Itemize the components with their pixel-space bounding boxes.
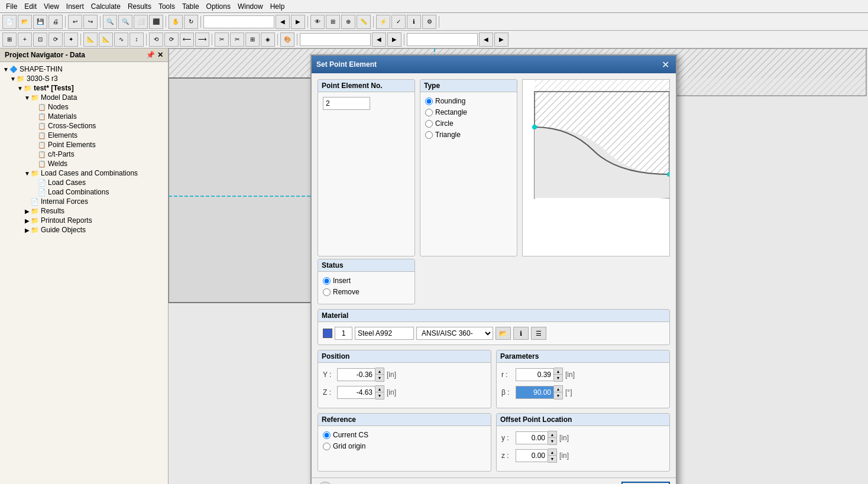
rotate-btn[interactable]: ↻ (184, 15, 198, 29)
type-circle[interactable]: Circle (425, 119, 512, 128)
menu-file[interactable]: File (2, 1, 21, 12)
dialog-close-button[interactable]: ✕ (659, 59, 671, 70)
tree-item-printout-reports[interactable]: ▶ 📁 Printout Reports (2, 216, 166, 225)
material-list-btn[interactable]: ☰ (531, 327, 546, 340)
tree-item-shape-thin[interactable]: ▼ 🔷 SHAPE-THIN (2, 64, 166, 74)
prev-btn[interactable]: ◀ (276, 15, 290, 29)
type-rectangle[interactable]: Rectangle (425, 108, 512, 116)
open-btn[interactable]: 📂 (18, 15, 32, 29)
tb2-17[interactable]: ◈ (261, 33, 275, 47)
beta-input[interactable] (516, 386, 554, 399)
tb2-prev[interactable]: ◀ (372, 33, 386, 47)
z-down-btn[interactable]: ▼ (375, 392, 384, 399)
menu-results[interactable]: Results (124, 1, 155, 12)
tree-item-nodes[interactable]: 📋 Nodes (2, 102, 166, 112)
dim-btn[interactable]: 📏 (357, 15, 371, 29)
tree-item-load-cases[interactable]: 📄 Load Cases (2, 178, 166, 187)
material-standard-select[interactable]: ANSI/AISC 360- (416, 327, 493, 340)
menu-view[interactable]: View (40, 1, 63, 12)
offset-z-down-btn[interactable]: ▼ (548, 456, 556, 462)
zoom-in-btn[interactable]: 🔍 (103, 15, 117, 29)
type-triangle[interactable]: Triangle (425, 131, 512, 139)
model-combo[interactable] (203, 15, 274, 28)
material-browse-btn[interactable]: 📂 (495, 327, 511, 340)
tb2-6[interactable]: 📐 (83, 33, 98, 47)
r-down-btn[interactable]: ▼ (554, 375, 562, 381)
type-rounding[interactable]: Rounding (425, 97, 512, 105)
ref-grid-origin[interactable]: Grid origin (323, 442, 486, 450)
zoom-sel-btn[interactable]: ⬛ (149, 15, 163, 29)
settings-btn[interactable]: ⚙ (422, 15, 436, 29)
tree-item-cross-sections[interactable]: 📋 Cross-Sections (2, 121, 166, 131)
menu-table[interactable]: Table (179, 1, 203, 12)
tree-item-welds[interactable]: 📋 Welds (2, 159, 166, 168)
redo-btn[interactable]: ↪ (83, 15, 98, 29)
pe-no-input[interactable] (323, 97, 370, 110)
tb2-3[interactable]: ⊡ (33, 33, 47, 47)
y-input[interactable] (337, 368, 375, 381)
sidebar-controls[interactable]: 📌 ✕ (146, 51, 163, 59)
tree-item-point-elements[interactable]: 📋 Point Elements (2, 140, 166, 150)
tree-item-materials[interactable]: 📋 Materials (2, 112, 166, 121)
help-button[interactable]: ? (318, 482, 333, 484)
tb2-18[interactable]: 🎨 (280, 33, 294, 47)
menu-edit[interactable]: Edit (21, 1, 40, 12)
tb2-16[interactable]: ⊞ (245, 33, 260, 47)
y-up-btn[interactable]: ▲ (375, 368, 384, 375)
ref-current-cs[interactable]: Current CS (323, 431, 486, 439)
material-info-btn[interactable]: ℹ (513, 327, 529, 340)
sidebar-close-icon[interactable]: ✕ (157, 51, 163, 59)
offset-y-down-btn[interactable]: ▼ (548, 438, 556, 444)
tb2-11[interactable]: ⟳ (164, 33, 179, 47)
tb2-9[interactable]: ↕ (129, 33, 144, 47)
tree-item-model-data[interactable]: ▼ 📁 Model Data (2, 93, 166, 102)
status-remove[interactable]: Remove (323, 288, 410, 296)
beta-up-btn[interactable]: ▲ (554, 386, 562, 392)
zoom-all-btn[interactable]: ⬜ (134, 15, 148, 29)
tb2-15[interactable]: ✂ (230, 33, 244, 47)
tb2-1[interactable]: ⊞ (2, 33, 17, 47)
z-up-btn[interactable]: ▲ (375, 386, 384, 392)
offset-y-up-btn[interactable]: ▲ (548, 431, 556, 438)
tree-item-test[interactable]: ▼ 📁 test* [Tests] (2, 83, 166, 93)
tb2-8[interactable]: ∿ (114, 33, 128, 47)
tb2-4[interactable]: ⟳ (48, 33, 63, 47)
tb2-10[interactable]: ⟲ (149, 33, 163, 47)
load-combo[interactable] (407, 33, 478, 46)
tree-item-load-cases-comb[interactable]: ▼ 📁 Load Cases and Combinations (2, 168, 166, 178)
r-input[interactable] (516, 368, 554, 381)
eye-btn[interactable]: 👁 (310, 15, 325, 29)
tb2-ln[interactable]: ▶ (494, 33, 509, 47)
tb2-12[interactable]: ⟵ (180, 33, 194, 47)
tree-item-ct-parts[interactable]: 📋 c/t-Parts (2, 150, 166, 159)
offset-z-up-btn[interactable]: ▲ (548, 449, 556, 456)
tree-item-load-combinations[interactable]: 📄 Load Combinations (2, 187, 166, 197)
menu-options[interactable]: Options (203, 1, 234, 12)
r-up-btn[interactable]: ▲ (554, 368, 562, 375)
y-down-btn[interactable]: ▼ (375, 375, 384, 381)
tb2-next[interactable]: ▶ (387, 33, 401, 47)
menu-window[interactable]: Window (234, 1, 267, 12)
calc-btn[interactable]: ⚡ (376, 15, 390, 29)
tree-item-guide-objects[interactable]: ▶ 📁 Guide Objects (2, 225, 166, 235)
print-btn[interactable]: 🖨 (48, 15, 63, 29)
tb2-13[interactable]: ⟶ (195, 33, 209, 47)
menu-calculate[interactable]: Calculate (88, 1, 124, 12)
new-btn[interactable]: 📄 (2, 15, 17, 29)
tb2-14[interactable]: ✂ (215, 33, 229, 47)
tree-item-elements[interactable]: 📋 Elements (2, 131, 166, 140)
save-btn[interactable]: 💾 (33, 15, 47, 29)
tree-item-results[interactable]: ▶ 📁 Results (2, 206, 166, 216)
beta-down-btn[interactable]: ▼ (554, 392, 562, 399)
canvas-area[interactable]: 1: -0.56 in 2: -4.63 in Set Point Elemen… (169, 48, 868, 484)
menu-tools[interactable]: Tools (155, 1, 179, 12)
status-insert[interactable]: Insert (323, 277, 410, 285)
zoom-out-btn[interactable]: 🔍 (118, 15, 132, 29)
tree-item-3030[interactable]: ▼ 📁 3030-S r3 (2, 74, 166, 83)
material-name-input[interactable] (355, 327, 414, 340)
apply-button[interactable]: Apply (621, 482, 670, 484)
material-number-input[interactable] (335, 327, 352, 340)
tb2-7[interactable]: 📐 (99, 33, 113, 47)
tree-item-internal-forces[interactable]: 📄 Internal Forces (2, 197, 166, 206)
check-btn[interactable]: ✓ (391, 15, 406, 29)
